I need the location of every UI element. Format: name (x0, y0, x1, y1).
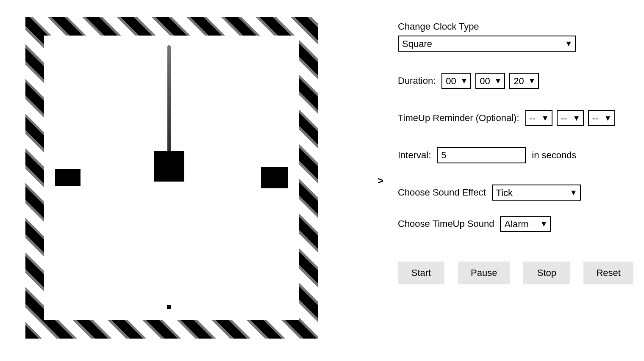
clock-type-group: Change Clock Type Square ▼ (398, 21, 633, 52)
clock-type-select[interactable]: Square (398, 36, 576, 52)
interval-group: Interval: in seconds (398, 147, 633, 163)
timeup-reminder-group: TimeUp Reminder (Optional): -- ▼ -- ▼ --… (398, 110, 633, 126)
clock-center (154, 151, 184, 182)
pause-button[interactable]: Pause (458, 262, 510, 284)
reminder-hours-select[interactable]: -- (525, 110, 552, 126)
reminder-seconds-select[interactable]: -- (588, 110, 615, 126)
timeup-sound-group: Choose TimeUp Sound Alarm ▼ (398, 216, 633, 232)
clock-panel (0, 0, 369, 361)
clock-type-label: Change Clock Type (398, 21, 633, 32)
duration-minutes-select[interactable]: 00 (475, 73, 505, 89)
start-button[interactable]: Start (398, 262, 444, 284)
stop-button[interactable]: Stop (523, 262, 570, 284)
reset-button[interactable]: Reset (583, 262, 633, 284)
sound-effect-group: Choose Sound Effect Tick ▼ (398, 185, 633, 201)
clock-frame (25, 17, 318, 339)
duration-seconds-select[interactable]: 20 (509, 73, 539, 89)
tick-3 (261, 167, 288, 188)
controls-panel: Change Clock Type Square ▼ Duration: 00 … (388, 0, 644, 361)
sound-effect-select[interactable]: Tick (492, 185, 581, 201)
action-buttons: Start Pause Stop Reset (398, 262, 633, 284)
interval-input[interactable] (437, 147, 526, 163)
app-root: > Change Clock Type Square ▼ Duration: 0… (0, 0, 644, 361)
duration-label: Duration: (398, 75, 436, 86)
tick-6 (167, 305, 171, 309)
interval-label: Interval: (398, 150, 431, 161)
tick-9 (55, 169, 80, 186)
duration-group: Duration: 00 ▼ 00 ▼ 20 ▼ (398, 73, 633, 89)
timeup-sound-label: Choose TimeUp Sound (398, 218, 494, 229)
timeup-sound-select[interactable]: Alarm (500, 216, 551, 232)
clock-face (44, 36, 299, 320)
panel-toggle-button[interactable]: > (373, 175, 388, 187)
interval-suffix: in seconds (532, 150, 576, 161)
duration-hours-select[interactable]: 00 (441, 73, 471, 89)
reminder-minutes-select[interactable]: -- (557, 110, 584, 126)
timeup-reminder-label: TimeUp Reminder (Optional): (398, 113, 519, 124)
sound-effect-label: Choose Sound Effect (398, 187, 486, 198)
